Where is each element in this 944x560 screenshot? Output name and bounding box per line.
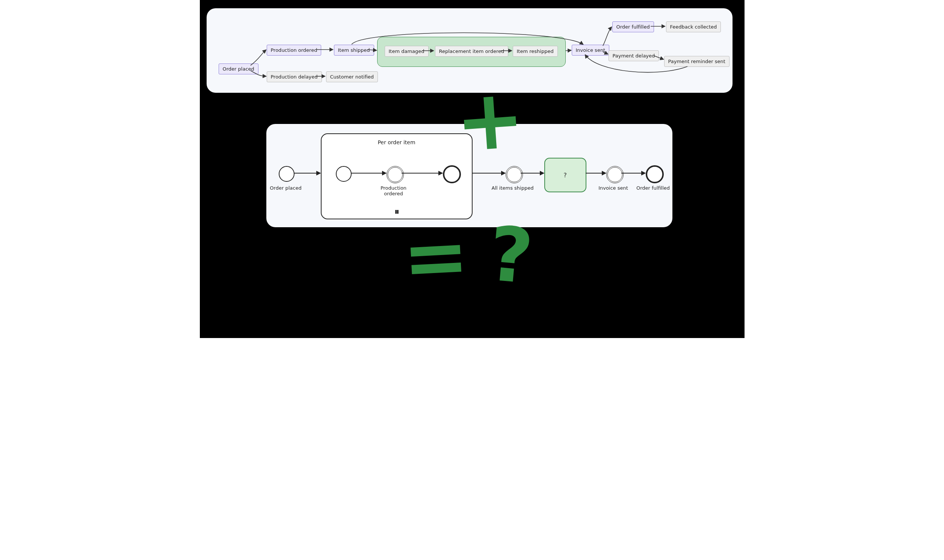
node-item-reshipped: Item reshipped [513, 46, 558, 57]
bpmn-panel: Per order item III ? Order placed Produc… [266, 124, 672, 227]
node-production-delayed: Production delayed [267, 71, 322, 82]
handdrawn-question-icon: ? [486, 216, 536, 294]
label-invoice-sent: Invoice sent [598, 185, 628, 191]
node-item-shipped: Item shipped [334, 45, 374, 55]
event-order-fulfilled [646, 165, 664, 183]
event-all-items-shipped [506, 166, 523, 183]
activity-unknown: ? [544, 158, 586, 192]
event-order-placed [279, 166, 295, 182]
label-order-fulfilled: Order fulfilled [637, 185, 670, 191]
label-order-placed: Order placed [270, 185, 301, 191]
event-subprocess-start [336, 166, 352, 182]
node-order-fulfilled: Order fulfilled [612, 22, 654, 32]
activity-label: ? [563, 172, 567, 179]
handdrawn-equals-icon: = [400, 216, 471, 298]
node-production-ordered: Production ordered [267, 45, 321, 55]
label-production-ordered: Production ordered [381, 185, 406, 197]
event-invoice-sent [606, 166, 624, 183]
node-customer-notified: Customer notified [326, 71, 378, 82]
diagram-canvas: Order placed Production ordered Producti… [200, 0, 744, 338]
flowchart-panel: Order placed Production ordered Producti… [207, 8, 732, 93]
node-item-damaged: Item damaged [385, 46, 429, 57]
subprocess-marker: III [395, 209, 398, 215]
node-payment-delayed: Payment delayed [609, 50, 659, 61]
node-replacement-ordered: Replacement item ordered [435, 46, 509, 57]
event-subprocess-end [443, 165, 461, 183]
event-production-ordered [386, 166, 404, 183]
node-invoice-sent: Invoice sent [572, 45, 610, 55]
label-all-items-shipped: All items shipped [492, 185, 534, 191]
node-feedback-collected: Feedback collected [666, 22, 721, 32]
subprocess-title: Per order item [321, 139, 472, 145]
node-order-placed: Order placed [218, 63, 258, 74]
node-payment-reminder: Payment reminder sent [664, 56, 729, 67]
